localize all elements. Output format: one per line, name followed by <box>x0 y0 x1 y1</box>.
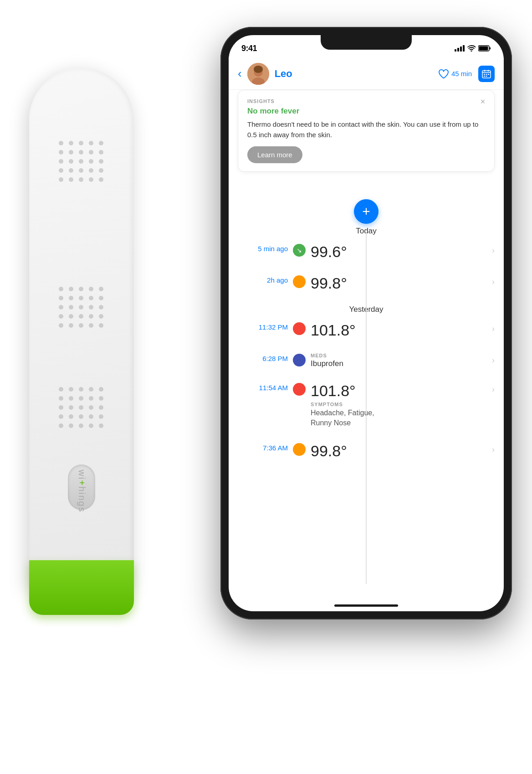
chevron-right-icon: › <box>492 356 495 365</box>
entry-content: 101.8° <box>311 320 495 339</box>
list-item[interactable]: 7:36 AM 99.8° › <box>238 441 495 460</box>
phone: 9:41 <box>220 27 512 619</box>
entry-temp: 101.8° <box>311 382 495 400</box>
entry-dot-wrap <box>288 381 311 396</box>
device: wi+hings <box>29 68 148 615</box>
entry-subtext: Ibuprofen <box>311 359 495 368</box>
app-header: ‹ Leo <box>229 58 504 90</box>
device-dots-mid <box>59 287 104 328</box>
device-bottom <box>29 560 134 615</box>
insights-title: No more fever <box>247 107 485 116</box>
device-body: wi+hings <box>29 68 134 588</box>
svg-rect-12 <box>486 74 487 75</box>
temp-dot-icon <box>293 443 306 456</box>
temp-dot-icon <box>293 275 306 288</box>
timer-label: 45 min <box>451 70 472 77</box>
insights-body: Thermo doesn't need to be in contact wit… <box>247 119 485 140</box>
timer-badge[interactable]: 45 min <box>439 69 472 78</box>
device-brand: wi+hings <box>77 470 87 512</box>
insights-card: INSIGHTS × No more fever Thermo doesn't … <box>238 90 495 172</box>
entry-time: 7:36 AM <box>238 441 288 452</box>
status-time: 9:41 <box>241 44 257 53</box>
svg-rect-13 <box>488 74 489 75</box>
header-user-name: Leo <box>275 68 439 80</box>
chevron-right-icon: › <box>492 246 495 255</box>
temp-dot-icon <box>293 322 306 335</box>
signal-bars-icon <box>455 45 465 52</box>
entry-dot-wrap <box>288 320 311 335</box>
chevron-right-icon: › <box>492 445 495 454</box>
list-item[interactable]: 11:32 PM 101.8° › <box>238 320 495 339</box>
chevron-right-icon: › <box>492 385 495 394</box>
temp-dot-icon <box>293 383 306 396</box>
entry-sublabel: SYMPTOMS <box>311 402 495 407</box>
entry-time: 11:32 PM <box>238 320 288 331</box>
calendar-icon <box>482 69 491 78</box>
svg-rect-15 <box>486 76 487 77</box>
entry-temp: 99.6° <box>311 243 495 261</box>
scene: wi+hings 9:41 <box>15 13 517 761</box>
entry-content: 99.8° <box>311 273 495 292</box>
chevron-right-icon: › <box>492 277 495 287</box>
entry-dot-wrap <box>288 273 311 288</box>
entry-dot-wrap: ↘ <box>288 242 311 257</box>
wifi-icon <box>467 45 476 52</box>
entry-temp: 99.8° <box>311 274 495 292</box>
entry-content: 99.6° <box>311 242 495 261</box>
svg-rect-14 <box>484 76 485 77</box>
home-indicator <box>334 604 398 607</box>
heart-icon <box>439 69 449 78</box>
entry-content: 101.8° SYMPTOMS Headache, Fatigue,Runny … <box>311 381 495 428</box>
phone-notch <box>321 35 412 50</box>
svg-rect-1 <box>479 46 488 51</box>
header-right: 45 min <box>439 66 495 82</box>
entry-time: 6:28 PM <box>238 352 288 362</box>
profile-image <box>247 63 269 85</box>
entry-time: 11:54 AM <box>238 381 288 392</box>
entry-content: MEDS Ibuprofen <box>311 352 495 368</box>
insights-label: INSIGHTS <box>247 98 485 104</box>
entry-time: 5 min ago <box>238 242 288 253</box>
entry-symptoms: Headache, Fatigue,Runny Nose <box>311 408 495 428</box>
list-item[interactable]: 11:54 AM 101.8° SYMPTOMS Headache, Fatig… <box>238 381 495 428</box>
chevron-right-icon: › <box>492 324 495 334</box>
close-button[interactable]: × <box>478 97 488 107</box>
entry-dot-wrap <box>288 441 311 456</box>
svg-rect-2 <box>490 47 491 50</box>
entry-temp: 101.8° <box>311 321 495 339</box>
add-button[interactable]: + <box>354 199 379 224</box>
status-icons <box>455 45 491 52</box>
phone-outer: 9:41 <box>220 27 512 619</box>
entry-sublabel: MEDS <box>311 353 495 358</box>
svg-rect-11 <box>484 74 485 75</box>
entry-time: 2h ago <box>238 273 288 284</box>
list-item[interactable]: 2h ago 99.8° › <box>238 273 495 292</box>
calendar-button[interactable] <box>478 66 495 82</box>
battery-icon <box>478 45 491 52</box>
device-dots-top <box>59 141 104 182</box>
timeline: + Today 5 min ago ↘ 99.6° › <box>229 190 504 584</box>
meds-dot-icon <box>293 354 306 366</box>
list-item[interactable]: 6:28 PM MEDS Ibuprofen › <box>238 352 495 368</box>
device-dots-low <box>59 387 104 428</box>
entry-content: 99.8° <box>311 441 495 460</box>
entry-temp: 99.8° <box>311 442 495 460</box>
learn-more-button[interactable]: Learn more <box>247 146 302 163</box>
back-button[interactable]: ‹ <box>238 67 242 81</box>
svg-point-6 <box>254 66 263 73</box>
list-item[interactable]: 5 min ago ↘ 99.6° › <box>238 242 495 261</box>
phone-screen: 9:41 <box>229 35 504 611</box>
entry-dot-wrap <box>288 352 311 366</box>
temp-down-icon: ↘ <box>293 244 306 257</box>
profile-avatar[interactable] <box>247 63 269 85</box>
